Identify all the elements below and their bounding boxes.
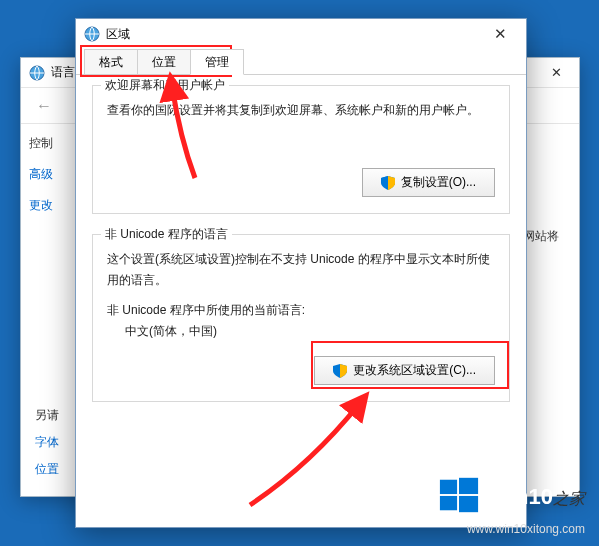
uac-shield-icon [381, 176, 395, 190]
bg-bottom-links: 另请 字体 位置 [35, 397, 59, 478]
bg-sidebar: 控制 高级 更改 [21, 125, 75, 238]
change-system-locale-button[interactable]: 更改系统区域设置(C)... [314, 356, 495, 385]
dialog-title: 区域 [106, 26, 130, 43]
svg-rect-3 [459, 478, 478, 494]
globe-icon [84, 26, 100, 42]
bg-sidebar-link[interactable]: 更改 [29, 197, 67, 214]
current-language-value: 中文(简体，中国) [107, 323, 495, 340]
group-welcome-text: 查看你的国际设置并将其复制到欢迎屏幕、系统帐户和新的用户帐户。 [107, 100, 495, 120]
nav-back-button[interactable]: ← [31, 93, 57, 119]
svg-rect-4 [440, 496, 457, 510]
bg-bottom-label: 另请 [35, 407, 59, 424]
bg-sidebar-link[interactable]: 高级 [29, 166, 67, 183]
group-non-unicode-text: 这个设置(系统区域设置)控制在不支持 Unicode 的程序中显示文本时所使用的… [107, 249, 495, 290]
globe-icon [29, 65, 45, 81]
tab-administrative[interactable]: 管理 [190, 49, 244, 75]
uac-shield-icon [333, 364, 347, 378]
change-system-locale-label: 更改系统区域设置(C)... [353, 362, 476, 379]
current-language-label: 非 Unicode 程序中所使用的当前语言: [107, 302, 495, 319]
region-dialog: 区域 ✕ 格式 位置 管理 欢迎屏幕和新用户帐户 查看你的国际设置并将其复制到欢… [75, 18, 527, 528]
copy-settings-label: 复制设置(O)... [401, 174, 476, 191]
watermark-url: www.win10xitong.com [438, 522, 585, 536]
dialog-titlebar: 区域 ✕ [76, 19, 526, 49]
copy-settings-button[interactable]: 复制设置(O)... [362, 168, 495, 197]
watermark-title: Win10 [488, 484, 553, 509]
group-welcome-screen: 欢迎屏幕和新用户帐户 查看你的国际设置并将其复制到欢迎屏幕、系统帐户和新的用户帐… [92, 85, 510, 214]
bg-title: 语言 [51, 64, 75, 81]
watermark: Win10之家 www.win10xitong.com [438, 474, 585, 536]
windows-logo-icon [438, 474, 480, 520]
tab-strip: 格式 位置 管理 [76, 49, 526, 75]
bg-bottom-link-fonts[interactable]: 字体 [35, 434, 59, 451]
dialog-body: 欢迎屏幕和新用户帐户 查看你的国际设置并将其复制到欢迎屏幕、系统帐户和新的用户帐… [76, 75, 526, 432]
watermark-sub: 之家 [553, 490, 585, 507]
dialog-close-button[interactable]: ✕ [482, 22, 518, 46]
tab-formats[interactable]: 格式 [84, 49, 138, 74]
group-welcome-title: 欢迎屏幕和新用户帐户 [101, 77, 229, 94]
svg-rect-2 [440, 480, 457, 494]
svg-rect-5 [459, 496, 478, 512]
group-non-unicode: 非 Unicode 程序的语言 这个设置(系统区域设置)控制在不支持 Unico… [92, 234, 510, 402]
group-non-unicode-title: 非 Unicode 程序的语言 [101, 226, 232, 243]
bg-bottom-link-location[interactable]: 位置 [35, 461, 59, 478]
bg-sidebar-item: 控制 [29, 135, 67, 152]
tab-location[interactable]: 位置 [137, 49, 191, 74]
bg-close-button[interactable]: ✕ [534, 58, 579, 87]
